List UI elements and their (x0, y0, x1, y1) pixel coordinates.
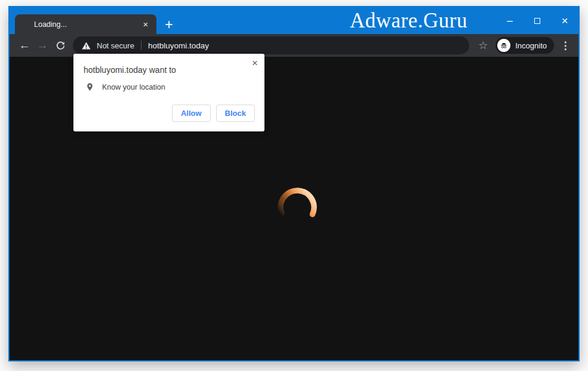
bookmark-star-icon[interactable]: ☆ (475, 38, 491, 53)
url-text[interactable]: hotbluyomi.today (148, 41, 209, 50)
titlebar: Loading... × + Adware.Guru – × (10, 7, 578, 34)
reload-button[interactable] (51, 36, 69, 54)
loading-spinner (273, 183, 321, 231)
maximize-icon (534, 18, 540, 24)
dialog-buttons: Allow Block (172, 105, 255, 122)
reload-icon (56, 41, 66, 51)
block-button[interactable]: Block (216, 105, 255, 122)
location-pin-icon (85, 82, 94, 91)
tab-loading[interactable]: Loading... × (15, 14, 156, 34)
permission-request-label: Know your location (102, 83, 165, 91)
incognito-badge: Incognito (495, 37, 554, 54)
tab-title: Loading... (34, 20, 139, 29)
minimize-button[interactable]: – (496, 7, 524, 34)
tab-close-icon[interactable]: × (139, 18, 152, 31)
incognito-icon (497, 39, 510, 52)
incognito-label: Incognito (515, 41, 547, 50)
permission-request-row: Know your location (85, 82, 165, 91)
watermark-title: Adware.Guru (350, 7, 467, 34)
forward-button[interactable]: → (33, 36, 51, 54)
new-tab-button[interactable]: + (161, 16, 177, 33)
dialog-close-icon[interactable]: × (249, 57, 261, 69)
omnibox-divider (141, 41, 141, 50)
address-bar[interactable]: Not secure hotbluyomi.today (73, 36, 469, 54)
allow-button[interactable]: Allow (172, 105, 211, 122)
kebab-menu-icon[interactable]: ⋮ (558, 36, 572, 54)
not-secure-warning-icon (81, 41, 91, 51)
security-chip-label[interactable]: Not secure (97, 41, 134, 50)
back-button[interactable]: ← (16, 36, 33, 54)
permission-dialog: × hotbluyomi.today want to Know your loc… (73, 54, 264, 131)
dialog-title: hotbluyomi.today want to (84, 65, 176, 75)
window-controls: – × (496, 7, 578, 34)
maximize-button[interactable] (524, 7, 551, 34)
browser-window: Loading... × + Adware.Guru – × ← → (8, 6, 580, 361)
window-close-button[interactable]: × (551, 7, 578, 34)
